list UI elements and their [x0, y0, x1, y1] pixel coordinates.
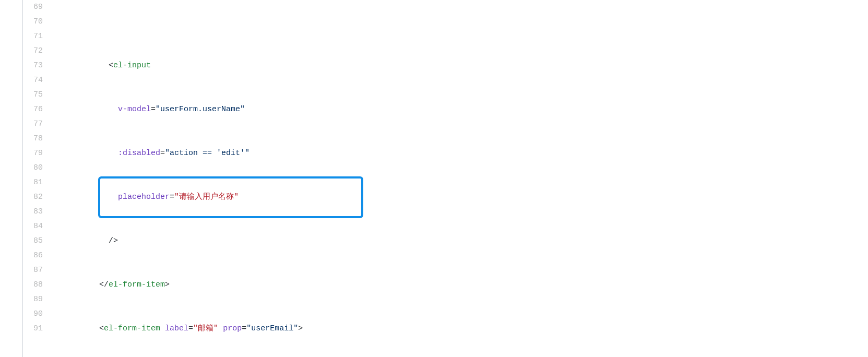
code-editor: 69 70 71 72 73 74 75 76 77 78 79 80 81 8… — [22, 0, 868, 357]
line-number: 89 — [23, 292, 43, 307]
code-content[interactable]: <el-input v-model="userForm.userName" :d… — [52, 0, 868, 357]
line-number: 73 — [23, 58, 43, 73]
line-number: 70 — [23, 15, 43, 29]
line-number: 88 — [23, 278, 43, 292]
line-number: 74 — [23, 73, 43, 88]
line-number: 77 — [23, 117, 43, 132]
line-number: 76 — [23, 102, 43, 117]
line-number-gutter: 69 70 71 72 73 74 75 76 77 78 79 80 81 8… — [23, 0, 52, 357]
line-number: 91 — [23, 322, 43, 336]
line-number: 84 — [23, 219, 43, 234]
line-number: 72 — [23, 44, 43, 58]
line-number: 90 — [23, 307, 43, 322]
line-number: 81 — [23, 175, 43, 190]
line-number: 79 — [23, 146, 43, 161]
line-number: 87 — [23, 263, 43, 278]
line-number: 82 — [23, 190, 43, 205]
line-number: 85 — [23, 234, 43, 248]
line-number: 71 — [23, 29, 43, 44]
line-number: 86 — [23, 248, 43, 263]
line-number: 78 — [23, 132, 43, 146]
line-number: 83 — [23, 205, 43, 219]
line-number: 80 — [23, 161, 43, 175]
line-number: 69 — [23, 0, 43, 15]
line-number: 75 — [23, 88, 43, 102]
